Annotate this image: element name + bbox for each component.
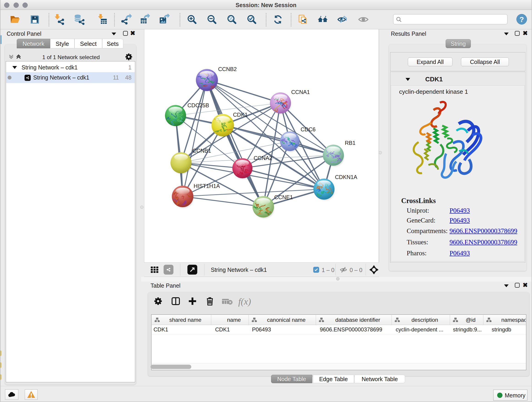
svg-text:RB1: RB1 — [345, 140, 355, 146]
svg-text:CCNA2: CCNA2 — [254, 155, 272, 161]
svg-text:CDK1: CDK1 — [233, 112, 248, 118]
svg-text:CDC25B: CDC25B — [187, 102, 209, 108]
svg-text:CCNA1: CCNA1 — [291, 89, 310, 95]
svg-text:CCNE1: CCNE1 — [274, 194, 293, 200]
svg-text:CCNB1: CCNB1 — [192, 148, 211, 154]
svg-text:CDC6: CDC6 — [301, 126, 316, 133]
svg-text:CCNB2: CCNB2 — [218, 66, 237, 72]
svg-text:CDKN1A: CDKN1A — [335, 174, 357, 180]
svg-text:HIST1H1A: HIST1H1A — [194, 183, 220, 189]
